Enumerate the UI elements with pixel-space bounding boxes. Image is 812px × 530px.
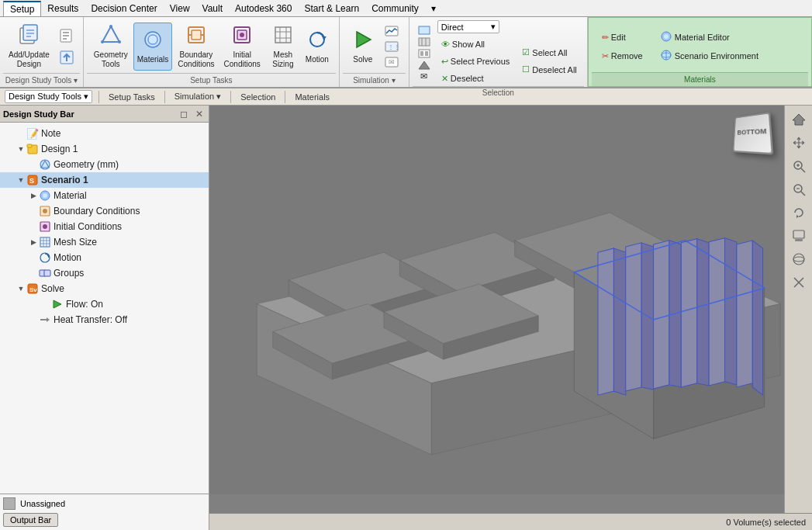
tree-item-geometry[interactable]: Geometry (mm)	[0, 157, 209, 172]
setup-tasks-label: Setup Tasks	[87, 73, 336, 87]
sidebar-close-button[interactable]: ✕	[193, 108, 206, 120]
material-icon	[39, 189, 51, 202]
deselect-label: Deselect	[451, 74, 484, 83]
scenario-environment-button[interactable]: Scenario Environment	[656, 48, 762, 64]
svg-rect-51	[27, 144, 32, 147]
filter-btn-3[interactable]	[416, 48, 433, 59]
close-nav-button[interactable]	[788, 272, 810, 293]
motion-label: Motion	[306, 55, 329, 64]
rotate-tool-button[interactable]	[788, 202, 810, 223]
ribbon-group-design-study: Add/UpdateDesign Design Study Tools ▾	[0, 17, 84, 87]
select-all-label: Select All	[532, 48, 567, 57]
tree-item-boundary-cond[interactable]: Boundary Conditions	[0, 203, 209, 219]
filter-btn-5[interactable]: ✉	[416, 71, 433, 82]
deselect-all-button[interactable]: ☐ Deselect All	[518, 62, 580, 78]
select-previous-button[interactable]: ↩ Select Previous	[437, 54, 513, 69]
initial-conditions-button[interactable]: InitialConditions	[220, 23, 264, 71]
edit-button[interactable]: ✏ Edit	[598, 29, 647, 45]
select-all-icon: ☑	[522, 47, 530, 57]
menu-more[interactable]: ▾	[425, 2, 442, 16]
tree-item-motion[interactable]: Motion	[0, 250, 209, 265]
view-tool-button[interactable]	[788, 225, 810, 247]
design-study-tools-label[interactable]: Design Study Tools ▾	[3, 73, 80, 87]
menu-results[interactable]: Results	[41, 2, 85, 16]
output-bar-button[interactable]: Output Bar	[3, 513, 58, 527]
tree-item-groups[interactable]: Groups	[0, 265, 209, 281]
sim-small-2[interactable]: ⋮⋮	[383, 40, 400, 54]
tree-item-scenario1[interactable]: ▼ S Scenario 1	[0, 172, 209, 188]
deselect-all-label: Deselect All	[532, 65, 576, 74]
design-study-tools-dropdown[interactable]: Design Study Tools ▾	[5, 90, 92, 103]
menu-community[interactable]: Community	[365, 2, 425, 16]
toolbar-separator-2	[164, 91, 165, 103]
toolbar-separator-4	[285, 91, 285, 103]
toolbar-row: Design Study Tools ▾ Setup Tasks Simulat…	[0, 88, 812, 106]
small-btn-2[interactable]	[55, 47, 78, 68]
svg-rect-70	[44, 270, 50, 276]
motion-button[interactable]: Motion	[302, 23, 333, 71]
menu-setup[interactable]: Setup	[3, 1, 41, 16]
sidebar-bottom: Unassigned Output Bar	[0, 494, 209, 530]
sim-small-1[interactable]	[383, 24, 400, 38]
toolbar-separator-1	[98, 91, 99, 103]
home-tool-button[interactable]	[788, 109, 810, 130]
selection-label: Selection	[413, 86, 584, 99]
svg-marker-111	[793, 114, 805, 125]
svg-marker-119	[796, 215, 799, 218]
zoom-tool-button[interactable]	[788, 155, 810, 177]
menu-decision-center[interactable]: Decision Center	[85, 2, 163, 16]
show-all-button[interactable]: 👁 Show All	[437, 36, 513, 52]
orbit-tool-button[interactable]	[788, 248, 810, 270]
geometry-tools-button[interactable]: GeometryTools	[90, 23, 132, 71]
tree-item-note[interactable]: 📝 Note	[0, 126, 209, 141]
remove-button[interactable]: ✂ Remove	[598, 48, 647, 64]
solve-label: Solve	[353, 55, 372, 64]
menu-vault[interactable]: Vault	[196, 2, 229, 16]
material-editor-button[interactable]: Material Editor	[656, 29, 762, 45]
pan-tool-button[interactable]	[788, 132, 810, 154]
deselect-button[interactable]: ✕ Deselect	[437, 71, 513, 86]
geometry-label: Geometry (mm)	[54, 159, 119, 170]
legend-row: Unassigned	[3, 497, 206, 510]
simulation-label[interactable]: Simulation ▾	[343, 73, 406, 87]
filter-btn-1[interactable]	[416, 25, 433, 36]
tree-item-design1[interactable]: ▼ Design 1	[0, 141, 209, 157]
mesh-sizing-button[interactable]: MeshSizing	[266, 23, 300, 71]
tree-item-mesh-size[interactable]: ▶ Mesh Size	[0, 234, 209, 250]
tree-item-material[interactable]: ▶ Material	[0, 188, 209, 203]
viewport[interactable]: BOTTOM	[209, 106, 812, 513]
svg-rect-6	[63, 32, 69, 33]
nav-cube-label: BOTTOM	[737, 127, 766, 137]
filter-btn-4[interactable]	[416, 60, 433, 71]
tree-item-solve[interactable]: ▼ Sv Solve	[0, 281, 209, 296]
scenario1-icon: S	[26, 174, 39, 186]
menu-autodesk360[interactable]: Autodesk 360	[229, 2, 298, 16]
svg-marker-31	[357, 32, 371, 47]
menu-view[interactable]: View	[164, 2, 196, 16]
note-label: Note	[41, 128, 60, 139]
right-tool-panel	[784, 106, 812, 513]
tree-item-flow-on[interactable]: Flow: On	[0, 296, 209, 312]
add-update-design-button[interactable]: Add/UpdateDesign	[5, 23, 54, 71]
boundary-conditions-button[interactable]: BoundaryConditions	[174, 23, 218, 71]
select-all-button[interactable]: ☑ Select All	[518, 45, 580, 61]
direct-dropdown[interactable]: Direct ▾	[437, 20, 499, 33]
menu-start-learn[interactable]: Start & Learn	[298, 2, 365, 16]
filter-btn-2[interactable]	[416, 36, 433, 47]
solve-label: Solve	[41, 283, 64, 294]
sidebar-restore-button[interactable]: ◻	[178, 108, 190, 120]
show-all-label: Show All	[452, 40, 485, 49]
scenario1-label: Scenario 1	[41, 175, 88, 185]
solve-button[interactable]: Solve	[346, 23, 380, 71]
tree-item-initial-cond[interactable]: Initial Conditions	[0, 219, 209, 234]
materials-button[interactable]: Materials	[133, 23, 173, 71]
sim-small-3[interactable]: ✉	[383, 55, 400, 69]
svg-rect-37	[419, 26, 430, 34]
tree-item-heat-transfer[interactable]: Heat Transfer: Off	[0, 312, 209, 327]
nav-cube[interactable]: BOTTOM	[731, 113, 778, 160]
fit-tool-button[interactable]	[788, 178, 810, 200]
ribbon: Add/UpdateDesign Design Study Tools ▾	[0, 17, 812, 88]
small-btn-1[interactable]	[55, 26, 78, 46]
nav-cube-face[interactable]: BOTTOM	[733, 112, 774, 154]
svg-rect-121	[795, 239, 803, 241]
